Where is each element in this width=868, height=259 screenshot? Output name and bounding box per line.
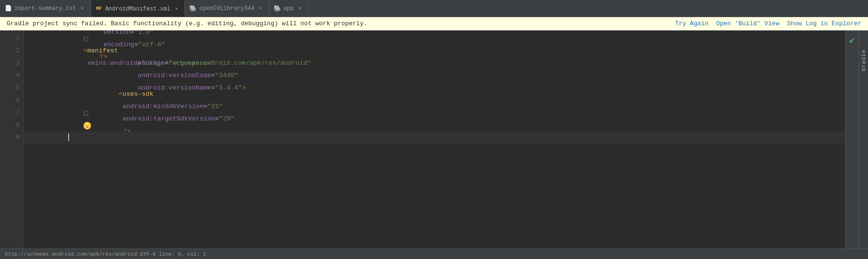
line-numbers: 1 2 3 4 5 6 7 8 9 xyxy=(0,30,24,249)
all-ok-checkmark: ✔ xyxy=(849,34,855,46)
tab-app[interactable]: 🐘 app × xyxy=(269,0,309,17)
lightbulb-icon[interactable]: 💡 xyxy=(83,122,91,130)
code-line-9 xyxy=(24,131,845,144)
gradle-side-panel[interactable]: Gradle xyxy=(858,30,868,249)
tab-label-app: app xyxy=(284,5,294,12)
notification-message: Gradle project sync failed. Basic functi… xyxy=(7,20,667,27)
gradle-icon-app: 🐘 xyxy=(274,5,281,12)
xml-file-icon: MF xyxy=(96,6,102,12)
code-line-8: − 💡 </manifest> xyxy=(24,119,845,131)
gradle-icon-opencv: 🐘 xyxy=(190,5,196,12)
code-editor[interactable]: <?xml version="1.0" encoding="utf-8" ?> … xyxy=(24,30,845,249)
status-bar: http://schemas.android.com/apk/res/andro… xyxy=(0,249,868,259)
notification-bar: Gradle project sync failed. Basic functi… xyxy=(0,17,868,30)
text-cursor xyxy=(68,133,69,141)
status-text: http://schemas.android.com/apk/res/andro… xyxy=(5,251,206,257)
show-log-link[interactable]: Show Log in Explorer xyxy=(787,20,861,27)
tab-import-summary[interactable]: 📄 import-summary.txt × xyxy=(0,0,91,17)
fold-arrow-2[interactable]: − xyxy=(83,37,88,41)
editor-area: 1 2 3 4 5 6 7 8 9 <?xml version="1.0" en… xyxy=(0,30,868,249)
tab-label-android-manifest: AndroidManifest.xml xyxy=(105,6,171,12)
tab-close-app[interactable]: × xyxy=(296,5,303,12)
fold-arrow-8[interactable]: − xyxy=(83,111,88,116)
tab-close-import-summary[interactable]: × xyxy=(79,5,86,12)
open-build-view-link[interactable]: Open 'Build' View xyxy=(716,20,779,27)
right-gutter: ✔ xyxy=(845,30,858,249)
tab-close-android-manifest[interactable]: × xyxy=(173,6,180,12)
tab-close-opencv-library[interactable]: × xyxy=(257,5,264,12)
tab-label-import-summary: import-summary.txt xyxy=(14,5,76,12)
txt-file-icon: 📄 xyxy=(5,5,11,12)
code-line-7: <uses-sdk android:minSdkVersion="21" and… xyxy=(24,107,845,119)
gradle-side-label[interactable]: Gradle xyxy=(861,50,867,71)
tab-android-manifest[interactable]: MF AndroidManifest.xml × xyxy=(91,0,185,17)
tab-bar: 📄 import-summary.txt × MF AndroidManifes… xyxy=(0,0,868,17)
try-again-link[interactable]: Try Again xyxy=(675,20,708,27)
tab-opencv-library[interactable]: 🐘 openCVLibrary344 × xyxy=(185,0,269,17)
tab-label-opencv-library: openCVLibrary344 xyxy=(199,5,254,12)
